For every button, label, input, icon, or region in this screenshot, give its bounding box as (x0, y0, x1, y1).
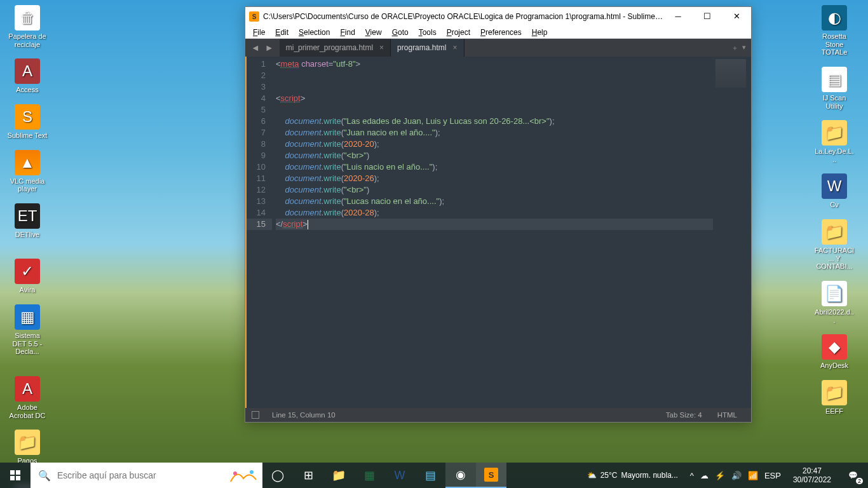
start-button[interactable] (0, 463, 31, 488)
icon-label: Rosetta Stone TOTALe (814, 32, 855, 57)
menu-find[interactable]: Find (335, 27, 360, 38)
minimap[interactable] (713, 57, 751, 408)
menu-tools[interactable]: Tools (414, 27, 442, 38)
desktop-icon[interactable]: 📁La.Ley.De.L... (812, 118, 857, 165)
app-icon: S (15, 104, 40, 130)
search-decoration (224, 463, 262, 488)
menu-edit[interactable]: Edit (270, 27, 294, 38)
search-box[interactable]: 🔍 (31, 463, 224, 488)
weather-text: Mayorm. nubla... (621, 471, 677, 480)
task-view-button[interactable]: ◯ (262, 463, 293, 488)
desktop-icon[interactable]: WCv (812, 172, 857, 211)
app-icon: 📄 (822, 281, 847, 306)
icon-label: Cv (830, 201, 838, 209)
desktop-icon[interactable]: AAdobe Acrobat DC (5, 374, 50, 421)
icon-label: VLC media player (7, 177, 48, 193)
clock-time: 20:47 (793, 466, 831, 475)
desktop-icon[interactable]: ▲VLC media player (5, 148, 50, 195)
desktop-icon[interactable]: ▤IJ Scan Utility (812, 65, 857, 112)
cortana-button[interactable]: ⊞ (293, 463, 323, 488)
status-line-col[interactable]: Line 15, Column 10 (264, 411, 343, 419)
app-icon: 📁 (822, 380, 847, 405)
desktop-icon[interactable]: 📁Pagos (5, 428, 50, 467)
icon-label: Sublime Text (8, 132, 48, 140)
minimize-button[interactable]: ─ (663, 7, 693, 26)
tray-chevron-icon[interactable]: ^ (687, 471, 697, 480)
title-bar[interactable]: S C:\Users\PC\Documents\Curso de ORACLE\… (245, 7, 751, 26)
code-content[interactable]: <meta charset="utf-8"> <script> document… (272, 57, 713, 408)
tray-wifi-icon[interactable]: 📶 (745, 471, 761, 480)
app-icon: A (15, 58, 40, 84)
sublime-taskbar-icon[interactable]: S (476, 463, 506, 488)
menu-bar: FileEditSelectionFindViewGotoToolsProjec… (245, 26, 751, 39)
weather-icon: ⛅ (587, 471, 597, 480)
line-gutter: 123456789101112131415 (245, 57, 272, 408)
icon-label: Access (16, 86, 38, 94)
menu-project[interactable]: Project (442, 27, 475, 38)
nav-back-icon[interactable]: ◄ (249, 43, 262, 53)
desktop-icon[interactable]: 📄Abril2022.d... (812, 279, 857, 326)
mstodo-icon[interactable]: ▤ (415, 463, 445, 488)
search-icon: 🔍 (38, 470, 51, 482)
tray-battery-icon[interactable]: ⚡ (712, 471, 728, 480)
app-icon: ET (15, 203, 40, 229)
tab-label: mi_primer_programa.html (286, 43, 373, 52)
desktop-icon[interactable]: ◐Rosetta Stone TOTALe (812, 3, 857, 58)
desktop-icon[interactable]: 📁FACTURACI... Y CONTABI... (812, 217, 857, 273)
status-tab-size[interactable]: Tab Size: 4 (658, 411, 710, 419)
chrome-taskbar-icon[interactable]: ◉ (445, 463, 476, 488)
maximize-button[interactable]: ☐ (693, 7, 722, 26)
icon-label: FACTURACI... Y CONTABI... (814, 247, 855, 271)
tray-onedrive-icon[interactable]: ☁ (697, 471, 712, 480)
icon-label: Papelera de reciclaje (7, 32, 48, 48)
menu-goto[interactable]: Goto (387, 27, 414, 38)
sublime-window: S C:\Users\PC\Documents\Curso de ORACLE\… (245, 6, 752, 423)
search-input[interactable] (57, 470, 217, 480)
taskbar: 🔍 ◯ ⊞ 📁 ▦ W ▤ ◉ S ⛅ 25°C Mayorm. nubla..… (0, 463, 868, 488)
menu-help[interactable]: Help (527, 27, 553, 38)
excel-icon[interactable]: ▦ (354, 463, 384, 488)
tray-lang[interactable]: ESP (761, 471, 784, 480)
icon-label: Abril2022.d... (814, 308, 855, 324)
editor-area[interactable]: 123456789101112131415 <meta charset="utf… (245, 57, 751, 408)
new-tab-button[interactable]: ＋ (731, 43, 738, 53)
clock-date: 30/07/2022 (793, 475, 831, 484)
tray-volume-icon[interactable]: 🔊 (728, 471, 745, 480)
status-panel-icon[interactable] (252, 411, 259, 419)
desktop-icon[interactable]: 📁EEFF (812, 378, 857, 417)
desktop-icon[interactable]: SSublime Text (5, 102, 50, 142)
desktop-icon[interactable]: ▦Sistema DET 5.5 - Decla... (5, 302, 50, 358)
icon-label: Adobe Acrobat DC (7, 403, 48, 419)
desktop-icons-left: 🗑Papelera de reciclajeAAccessSSublime Te… (5, 3, 94, 435)
svg-rect-2 (10, 476, 15, 480)
menu-file[interactable]: File (248, 27, 270, 38)
desktop-icon[interactable]: AAccess (5, 57, 50, 96)
app-icon: 📁 (15, 430, 40, 455)
word-icon[interactable]: W (384, 463, 415, 488)
tab[interactable]: mi_primer_programa.html× (280, 39, 391, 57)
app-icon: ◆ (822, 334, 847, 360)
desktop-icon[interactable]: ◆AnyDesk (812, 332, 857, 372)
desktop-icon[interactable]: ETDETlive (5, 201, 50, 241)
menu-selection[interactable]: Selection (294, 27, 335, 38)
desktop-icon[interactable]: 🗑Papelera de reciclaje (5, 3, 50, 50)
file-explorer-icon[interactable]: 📁 (323, 463, 354, 488)
clock[interactable]: 20:47 30/07/2022 (787, 466, 837, 485)
app-icon: 📁 (822, 120, 847, 146)
nav-forward-icon[interactable]: ► (263, 43, 276, 53)
tab-close-icon[interactable]: × (379, 43, 384, 52)
app-icon: ▲ (15, 150, 40, 175)
tab-close-icon[interactable]: × (452, 43, 457, 52)
weather-widget[interactable]: ⛅ 25°C Mayorm. nubla... (581, 471, 684, 480)
desktop-icon[interactable]: ✓Avira (5, 257, 50, 296)
menu-view[interactable]: View (360, 27, 387, 38)
menu-preferences[interactable]: Preferences (475, 27, 527, 38)
tab[interactable]: programa.html× (391, 39, 464, 57)
icon-label: Sistema DET 5.5 - Decla... (7, 332, 48, 356)
notifications-button[interactable]: 💬 2 (837, 463, 868, 488)
close-button[interactable]: ✕ (722, 7, 751, 26)
status-syntax[interactable]: HTML (710, 411, 745, 419)
app-icon: A (15, 376, 40, 402)
tab-menu-icon[interactable]: ▾ (742, 43, 746, 53)
desktop-icons-right: ◐Rosetta Stone TOTALe▤IJ Scan Utility📁La… (812, 3, 863, 423)
